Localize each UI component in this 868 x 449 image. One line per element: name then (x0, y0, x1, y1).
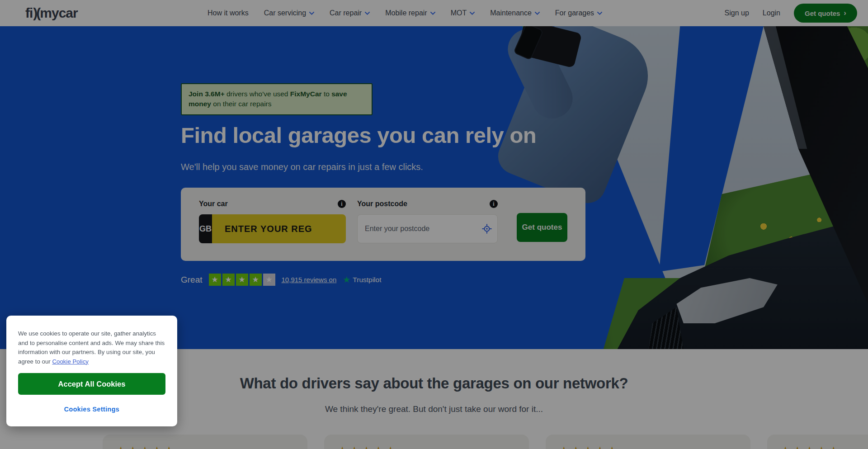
cookies-settings-link[interactable]: Cookies Settings (64, 406, 119, 413)
cookie-message: We use cookies to operate our site, gath… (18, 329, 165, 366)
page: fi)(mycar How it works Car servicing Car… (0, 0, 868, 449)
cookie-message-text: We use cookies to operate our site, gath… (18, 330, 165, 365)
cookie-consent-dialog: We use cookies to operate our site, gath… (6, 316, 177, 426)
accept-all-cookies-button[interactable]: Accept All Cookies (18, 373, 165, 395)
cookie-policy-link[interactable]: Cookie Policy (52, 358, 89, 365)
